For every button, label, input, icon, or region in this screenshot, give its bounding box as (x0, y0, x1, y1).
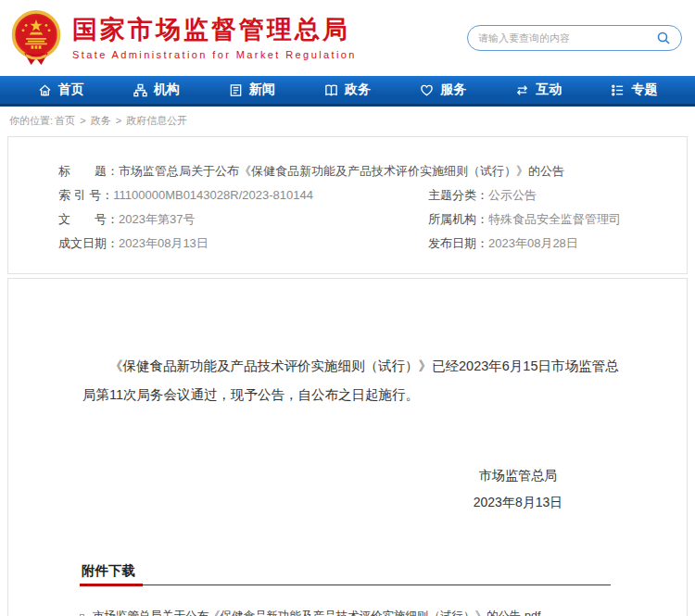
meta-topic-value: 公示公告 (488, 188, 537, 202)
meta-row-title: 标 题： 市场监管总局关于公布《保健食品新功能及产品技术评价实施细则（试行）》的… (58, 164, 687, 178)
attachment-link-pdf[interactable]: 市场监管总局关于公布《保健食品新功能及产品技术评价实施细则（试行）》的公告.pd… (80, 609, 611, 616)
nav-item-org[interactable]: 机构 (133, 82, 180, 98)
meta-topic-label: 主题分类： (428, 188, 488, 202)
site-header: 国家市场监督管理总局 State Administration for Mark… (0, 0, 695, 76)
attachments-section: 附件下载 市场监管总局关于公布《保健食品新功能及产品技术评价实施细则（试行）》的… (80, 562, 611, 616)
breadcrumb-separator: > (80, 115, 85, 126)
nav-item-service[interactable]: 服务 (420, 82, 466, 98)
attachment-filename: 市场监管总局关于公布《保健食品新功能及产品技术评价实施细则（试行）》的公告.pd… (93, 609, 540, 616)
meta-title-value: 市场监管总局关于公布《保健食品新功能及产品技术评价实施细则（试行）》的公告 (119, 164, 564, 178)
meta-docnum-label: 文 号： (58, 212, 119, 226)
topic-list-icon (611, 83, 625, 97)
breadcrumb-separator: > (116, 115, 121, 126)
nav-item-interact[interactable]: 互动 (515, 82, 562, 98)
attachments-heading-rule: 附件下载 (80, 562, 611, 585)
home-icon (38, 83, 52, 97)
meta-written-date-label: 成文日期： (58, 236, 119, 250)
search-box[interactable] (467, 25, 682, 51)
search-input[interactable] (478, 32, 656, 44)
gov-book-icon (324, 83, 338, 97)
search-icon[interactable] (656, 31, 671, 45)
meta-written-date-value: 2023年08月13日 (119, 236, 208, 250)
news-icon (229, 83, 243, 97)
nav-item-topics[interactable]: 专题 (611, 82, 657, 98)
document-meta-panel: 标 题： 市场监管总局关于公布《保健食品新功能及产品技术评价实施细则（试行）》的… (7, 136, 688, 274)
signature-date: 2023年8月13日 (435, 489, 601, 516)
nav-label: 互动 (536, 82, 562, 98)
nav-item-news[interactable]: 新闻 (229, 82, 275, 98)
announcement-body-panel: 《保健食品新功能及产品技术评价实施细则（试行）》已经2023年6月15日市场监管… (7, 278, 688, 616)
heart-icon (420, 83, 434, 97)
meta-index-value: 11100000MB0143028R/2023-810144 (113, 188, 313, 202)
org-chart-icon (133, 83, 147, 97)
meta-publish-date-value: 2023年08月28日 (488, 236, 578, 250)
meta-row-dates: 成文日期： 2023年08月13日 发布日期： 2023年08月28日 (58, 236, 687, 250)
meta-docnum-value: 2023年第37号 (119, 212, 195, 226)
nav-label: 首页 (58, 82, 84, 98)
nav-label: 服务 (440, 82, 466, 98)
nav-item-gov[interactable]: 政务 (324, 82, 371, 98)
signer-name: 市场监管总局 (435, 462, 601, 489)
nav-label: 新闻 (249, 82, 275, 98)
announcement-paragraph: 《保健食品新功能及产品技术评价实施细则（试行）》已经2023年6月15日市场监管… (82, 352, 624, 409)
signature-block: 市场监管总局 2023年8月13日 (435, 462, 601, 516)
breadcrumb-home[interactable]: 首页 (55, 115, 75, 126)
breadcrumb-prefix: 你的位置: (9, 115, 53, 126)
national-emblem-logo (9, 9, 63, 67)
nav-label: 专题 (631, 82, 657, 98)
meta-org-value: 特殊食品安全监督管理司 (488, 212, 621, 226)
exchange-arrows-icon (515, 83, 529, 97)
nav-label: 政务 (345, 82, 371, 98)
main-nav: 首页 机构 新闻 政务 服务 互动 (0, 76, 695, 107)
attachments-heading: 附件下载 (80, 562, 143, 586)
meta-org-label: 所属机构： (428, 212, 488, 226)
meta-title-label: 标 题： (58, 164, 119, 178)
meta-index-label: 索 引 号： (58, 188, 113, 202)
nav-item-home[interactable]: 首页 (38, 82, 84, 98)
site-subtitle-en: State Administration for Market Regulati… (72, 49, 357, 60)
site-title: 国家市场监督管理总局 (72, 16, 357, 44)
meta-row-docnum: 文 号： 2023年第37号 所属机构： 特殊食品安全监督管理司 (58, 212, 687, 226)
nav-label: 机构 (154, 82, 180, 98)
brand-block: 国家市场监督管理总局 State Administration for Mark… (72, 16, 357, 59)
breadcrumb-info-disclosure[interactable]: 政府信息公开 (126, 115, 187, 126)
breadcrumb-gov[interactable]: 政务 (91, 115, 111, 126)
breadcrumb: 你的位置:首页 > 政务 > 政府信息公开 (0, 107, 695, 134)
meta-publish-date-label: 发布日期： (428, 236, 488, 250)
meta-row-index: 索 引 号： 11100000MB0143028R/2023-810144 主题… (58, 188, 687, 202)
